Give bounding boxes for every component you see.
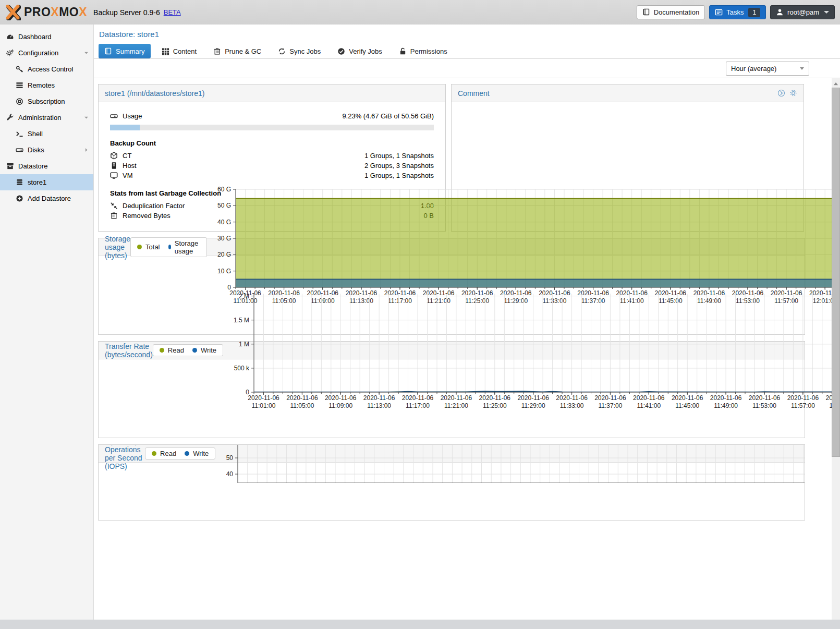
svg-text:40: 40 [226, 470, 234, 478]
sidebar-item-subscription[interactable]: Subscription [0, 93, 93, 110]
hdd-icon [110, 112, 118, 120]
minus-circle-icon[interactable]: 405060 [220, 444, 805, 483]
page-title: Datastore: store1 [94, 25, 840, 44]
svg-text:11:29:00: 11:29:00 [521, 402, 545, 409]
user-menu-button[interactable]: root@pam [770, 5, 835, 19]
check-circle-icon [337, 47, 345, 55]
terminal-icon [15, 130, 23, 138]
caret-down-icon [824, 11, 829, 14]
sidebar-item-configuration[interactable]: Configuration [0, 45, 93, 61]
sidebar-item-label: Access Control [28, 65, 73, 73]
svg-text:2020-11-06: 2020-11-06 [479, 394, 511, 402]
sidebar-item-label: Remotes [28, 81, 55, 89]
legend-item[interactable]: Read [152, 450, 176, 457]
sidebar-item-disks[interactable]: Disks [0, 142, 93, 158]
sidebar-item-add-datastore[interactable]: Add Datastore [0, 190, 93, 207]
legend-item[interactable]: Storage usage [168, 239, 201, 255]
transfer-rate-chart-panel: Transfer Rate (bytes/second) Read Write … [98, 341, 805, 438]
caret-down-icon[interactable] [83, 115, 89, 120]
sidebar-item-dashboard[interactable]: Dashboard [0, 29, 93, 45]
summary-scroll-area: store1 (/mnt/datastores/store1) Usage 9.… [94, 78, 840, 629]
svg-text:11:21:00: 11:21:00 [444, 402, 468, 409]
gears-icon [6, 49, 14, 57]
caret-down-icon[interactable] [83, 50, 89, 56]
range-select[interactable]: Hour (average) [726, 62, 809, 76]
sidebar-nav: Dashboard Configuration Access Control R… [0, 25, 94, 629]
vertical-scrollbar[interactable] [832, 78, 840, 629]
row-label: Removed Bytes [123, 212, 171, 220]
svg-text:2020-11-06: 2020-11-06 [286, 394, 318, 402]
tab-permissions[interactable]: Permissions [393, 44, 453, 58]
gear-icon[interactable] [789, 89, 797, 97]
sidebar-item-access-control[interactable]: Access Control [0, 61, 93, 77]
cube-icon [110, 152, 118, 160]
svg-text:2020-11-06: 2020-11-06 [556, 394, 588, 402]
chart-legend: Total Storage usage [130, 237, 207, 257]
tab-prune-gc[interactable]: Prune & GC [208, 44, 267, 58]
sidebar-item-label: Datastore [18, 162, 47, 170]
svg-text:11:57:00: 11:57:00 [791, 402, 815, 409]
tab-summary[interactable]: Summary [99, 44, 151, 58]
beta-link[interactable]: BETA [164, 8, 181, 16]
usage-progress-fill [110, 125, 140, 130]
task-list-icon [715, 8, 723, 16]
legend-item[interactable]: Read [160, 346, 184, 354]
wrench-icon [6, 114, 14, 122]
tab-label: Content [173, 47, 197, 55]
svg-text:2 M: 2 M [239, 292, 249, 299]
grid-icon [162, 47, 169, 55]
svg-text:11:41:00: 11:41:00 [637, 402, 661, 409]
user-label: root@pam [787, 8, 819, 16]
sidebar-item-datastore[interactable]: Datastore [0, 158, 93, 174]
legend-dot-icon [137, 245, 142, 249]
archive-box-icon [6, 162, 14, 170]
sidebar-item-remotes[interactable]: Remotes [0, 77, 93, 93]
backup-count-row-vm: VM 1 Groups, 1 Snapshots [110, 171, 434, 180]
sidebar-item-administration[interactable]: Administration [0, 110, 93, 126]
backup-count-row-ct: CT 1 Groups, 1 Snapshots [110, 151, 434, 161]
bottom-scrollbar-strip[interactable] [0, 620, 840, 629]
caret-right-icon[interactable] [83, 147, 89, 153]
svg-text:2020-11-06: 2020-11-06 [633, 394, 665, 402]
tab-content[interactable]: Content [156, 44, 203, 58]
tab-label: Permissions [410, 47, 447, 55]
legend-item[interactable]: Total [137, 243, 160, 251]
trash-icon [110, 212, 118, 220]
tab-sync-jobs[interactable]: Sync Jobs [272, 44, 326, 58]
tasks-count-badge: 1 [748, 8, 760, 17]
minus-circle-icon[interactable]: 0500 k1 M1.5 M2 M2020-11-0611:01:002020-… [228, 285, 840, 416]
svg-text:30 G: 30 G [217, 235, 231, 242]
proxmox-brand: PROXMOX Backup Server 0.9-6 BETA [5, 5, 181, 20]
sidebar-item-store1[interactable]: store1 [0, 174, 93, 190]
chevron-circle-right-icon[interactable] [777, 89, 785, 97]
list-icon [15, 81, 23, 89]
tab-bar: Summary Content Prune & GC Sync Jobs Ver… [94, 44, 840, 58]
legend-item[interactable]: Write [192, 346, 216, 354]
documentation-button[interactable]: Documentation [637, 5, 705, 19]
svg-text:2020-11-06: 2020-11-06 [517, 394, 549, 402]
legend-item[interactable]: Write [185, 450, 209, 457]
svg-text:11:17:00: 11:17:00 [406, 402, 430, 409]
svg-text:20 G: 20 G [217, 251, 231, 258]
tab-label: Verify Jobs [349, 47, 382, 55]
scrollbar-thumb[interactable] [832, 88, 840, 457]
trash-icon [213, 47, 221, 55]
backup-count-row-host: Host 2 Groups, 3 Snapshots [110, 161, 434, 171]
svg-text:40 G: 40 G [217, 219, 231, 226]
sync-icon [278, 47, 286, 55]
plus-circle-icon [15, 195, 23, 202]
book-icon [104, 47, 112, 55]
backup-count-heading: Backup Count [110, 139, 434, 147]
svg-text:60: 60 [226, 444, 234, 445]
svg-text:2020-11-06: 2020-11-06 [441, 394, 472, 402]
legend-label: Read [168, 346, 184, 354]
usage-label: Usage [123, 112, 142, 120]
tasks-button[interactable]: Tasks 1 [709, 5, 766, 19]
row-label: Host [123, 162, 137, 170]
chart-toolbar: Hour (average) [94, 59, 840, 78]
tab-verify-jobs[interactable]: Verify Jobs [332, 44, 388, 58]
sidebar-item-shell[interactable]: Shell [0, 126, 93, 142]
sidebar-item-label: Dashboard [18, 33, 52, 41]
svg-text:1.5 M: 1.5 M [234, 316, 249, 323]
svg-text:11:53:00: 11:53:00 [752, 402, 776, 409]
